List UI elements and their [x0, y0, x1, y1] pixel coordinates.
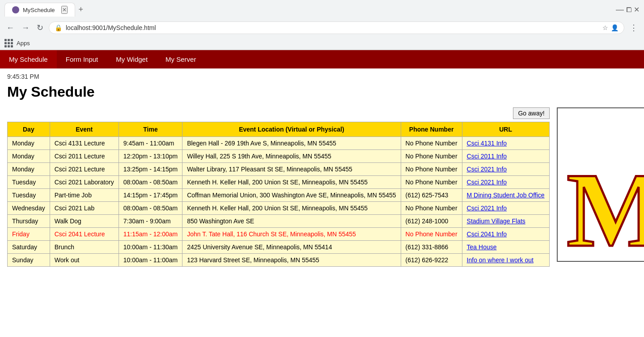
- cell-event: Csci 2011 Lecture: [50, 150, 119, 163]
- schedule-link[interactable]: M Dining Student Job Office: [467, 192, 545, 199]
- schedule-link[interactable]: Csci 2041 Info: [467, 230, 507, 238]
- tab-title: MySchedule: [23, 7, 55, 13]
- nav-tabs: My Schedule Form Input My Widget My Serv…: [0, 50, 644, 68]
- cell-time: 13:25pm - 14:15pm: [119, 163, 182, 176]
- go-away-button[interactable]: Go away!: [513, 107, 549, 119]
- schedule-link[interactable]: Tea House: [467, 243, 497, 251]
- mascot-image: M M: [557, 107, 644, 262]
- address-bar-row: ← → ↻ 🔒 localhost:9001/MySchedule.html ☆…: [0, 19, 644, 37]
- cell-day: Saturday: [8, 241, 50, 254]
- schedule-link[interactable]: Csci 2011 Info: [467, 153, 507, 160]
- cell-phone: No Phone Number: [401, 176, 462, 189]
- schedule-link[interactable]: Csci 2021 Info: [467, 166, 507, 173]
- cell-location: Blegen Hall - 269 19th Ave S, Minneapoli…: [182, 137, 401, 150]
- cell-url[interactable]: Csci 2021 Info: [462, 176, 549, 189]
- table-section: Go away! Day Event Time Event Location (…: [7, 107, 550, 267]
- cell-location: Walter Library, 117 Pleasant St SE, Minn…: [182, 163, 401, 176]
- cell-time: 12:20pm - 13:10pm: [119, 150, 182, 163]
- schedule-link[interactable]: Csci 4131 Info: [467, 140, 507, 147]
- cell-location: John T. Tate Hall, 116 Church St SE, Min…: [182, 228, 401, 241]
- table-row: ThursdayWalk Dog7:30am - 9:00am850 Washi…: [8, 215, 550, 228]
- cell-location: Kenneth H. Keller Hall, 200 Union St SE,…: [182, 176, 401, 189]
- forward-button[interactable]: →: [20, 21, 31, 34]
- cell-event: Csci 2021 Lecture: [50, 163, 119, 176]
- cell-url[interactable]: Csci 2041 Info: [462, 228, 549, 241]
- table-row: FridayCsci 2041 Lecture11:15am - 12:00am…: [8, 228, 550, 241]
- tab-close-button[interactable]: ✕: [61, 6, 68, 14]
- cell-phone: (612) 626-9222: [401, 254, 462, 267]
- cell-event: Csci 2021 Laboratory: [50, 176, 119, 189]
- cell-location: 123 Harvard Street SE, Minneapolis, MN 5…: [182, 254, 401, 267]
- cell-url[interactable]: Csci 2011 Info: [462, 150, 549, 163]
- cell-time: 10:00am - 11:30am: [119, 241, 182, 254]
- title-bar: MySchedule ✕ + — ⧠ ✕: [0, 0, 644, 19]
- cell-url[interactable]: M Dining Student Job Office: [462, 189, 549, 202]
- cell-event: Csci 2041 Lecture: [50, 228, 119, 241]
- cell-location: Coffman Memorial Union, 300 Washington A…: [182, 189, 401, 202]
- tab-my-server[interactable]: My Server: [157, 50, 205, 68]
- address-bar[interactable]: 🔒 localhost:9001/MySchedule.html ☆ 👤: [49, 21, 624, 34]
- cell-location: Willey Hall, 225 S 19th Ave, Minneapolis…: [182, 150, 401, 163]
- browser-tab[interactable]: MySchedule ✕: [4, 3, 75, 17]
- schedule-link[interactable]: Csci 2021 Info: [467, 179, 507, 186]
- table-row: MondayCsci 2011 Lecture12:20pm - 13:10pm…: [8, 150, 550, 163]
- tab-my-schedule[interactable]: My Schedule: [0, 50, 57, 68]
- cell-time: 11:15am - 12:00am: [119, 228, 182, 241]
- cell-url[interactable]: Info on where I work out: [462, 254, 549, 267]
- apps-bar: Apps: [0, 37, 644, 50]
- window-restore-button[interactable]: ⧠: [626, 6, 632, 13]
- schedule-link[interactable]: Csci 2021 Info: [467, 205, 507, 212]
- image-section: M M: [557, 107, 644, 264]
- refresh-button[interactable]: ↻: [35, 21, 45, 34]
- col-url: URL: [462, 122, 549, 137]
- schedule-link[interactable]: Stadium Village Flats: [467, 218, 525, 225]
- profile-icon[interactable]: 👤: [611, 24, 619, 31]
- cell-day: Friday: [8, 228, 50, 241]
- timestamp: 9:45:31 PM: [7, 73, 637, 80]
- cell-time: 7:30am - 9:00am: [119, 215, 182, 228]
- cell-event: Csci 4131 Lecture: [50, 137, 119, 150]
- cell-url[interactable]: Csci 4131 Info: [462, 137, 549, 150]
- browser-chrome: MySchedule ✕ + — ⧠ ✕ ← → ↻ 🔒 localhost:9…: [0, 0, 644, 50]
- cell-day: Sunday: [8, 254, 50, 267]
- cell-phone: (612) 248-1000: [401, 215, 462, 228]
- cell-day: Thursday: [8, 215, 50, 228]
- schedule-link[interactable]: Info on where I work out: [467, 256, 534, 264]
- cell-phone: No Phone Number: [401, 150, 462, 163]
- cell-phone: No Phone Number: [401, 228, 462, 241]
- col-time: Time: [119, 122, 182, 137]
- window-minimize-button[interactable]: —: [616, 5, 624, 14]
- cell-phone: No Phone Number: [401, 163, 462, 176]
- cell-location: Kenneth H. Keller Hall, 200 Union St SE,…: [182, 202, 401, 215]
- apps-grid-icon[interactable]: [4, 39, 13, 47]
- cell-phone: (612) 331-8866: [401, 241, 462, 254]
- cell-day: Wednesday: [8, 202, 50, 215]
- table-row: SaturdayBrunch10:00am - 11:30am2425 Univ…: [8, 241, 550, 254]
- col-event: Event: [50, 122, 119, 137]
- bookmark-icon[interactable]: ☆: [602, 24, 608, 31]
- col-location: Event Location (Virtual or Physical): [182, 122, 401, 137]
- back-button[interactable]: ←: [4, 21, 16, 34]
- cell-url[interactable]: Stadium Village Flats: [462, 215, 549, 228]
- cell-url[interactable]: Csci 2021 Info: [462, 202, 549, 215]
- table-row: TuesdayCsci 2021 Laboratory08:00am - 08:…: [8, 176, 550, 189]
- col-day: Day: [8, 122, 50, 137]
- new-tab-button[interactable]: +: [75, 3, 87, 16]
- cell-url[interactable]: Csci 2021 Info: [462, 163, 549, 176]
- page-title: My Schedule: [7, 84, 637, 100]
- table-row: MondayCsci 2021 Lecture13:25pm - 14:15pm…: [8, 163, 550, 176]
- browser-menu-button[interactable]: ⋮: [628, 21, 640, 34]
- cell-phone: (612) 625-7543: [401, 189, 462, 202]
- main-layout: Go away! Day Event Time Event Location (…: [7, 107, 637, 267]
- window-close-button[interactable]: ✕: [634, 5, 640, 14]
- cell-event: Part-time Job: [50, 189, 119, 202]
- cell-url[interactable]: Tea House: [462, 241, 549, 254]
- table-row: TuesdayPart-time Job14:15pm - 17:45pmCof…: [8, 189, 550, 202]
- table-row: WednesdayCsci 2021 Lab08:00am - 08:50amK…: [8, 202, 550, 215]
- tab-my-widget[interactable]: My Widget: [107, 50, 157, 68]
- schedule-table: Day Event Time Event Location (Virtual o…: [7, 122, 550, 267]
- page-content: 9:45:31 PM My Schedule Go away! Day Even…: [0, 68, 644, 271]
- tab-form-input[interactable]: Form Input: [57, 50, 107, 68]
- apps-label: Apps: [17, 40, 30, 47]
- cell-day: Monday: [8, 137, 50, 150]
